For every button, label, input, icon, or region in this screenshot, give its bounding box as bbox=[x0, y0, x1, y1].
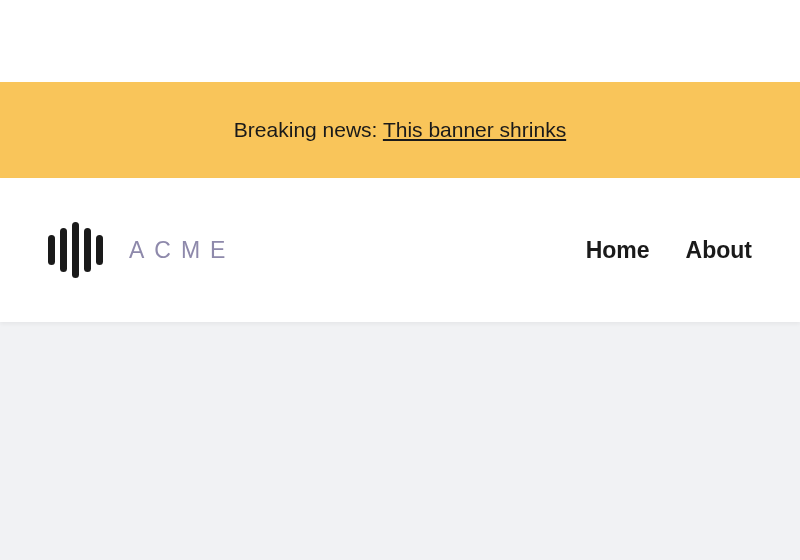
nav-about[interactable]: About bbox=[686, 237, 752, 264]
site-header: ACME Home About bbox=[0, 178, 800, 322]
banner-link[interactable]: This banner shrinks bbox=[383, 118, 566, 141]
logo-bars-icon bbox=[48, 222, 103, 278]
brand-name: ACME bbox=[129, 237, 235, 264]
content-area bbox=[0, 322, 800, 560]
news-banner: Breaking news: This banner shrinks bbox=[0, 82, 800, 178]
nav-home[interactable]: Home bbox=[586, 237, 650, 264]
main-nav: Home About bbox=[586, 237, 752, 264]
banner-prefix: Breaking news: bbox=[234, 118, 383, 141]
top-whitespace bbox=[0, 0, 800, 82]
logo-group[interactable]: ACME bbox=[48, 222, 235, 278]
banner-text: Breaking news: This banner shrinks bbox=[234, 118, 566, 142]
